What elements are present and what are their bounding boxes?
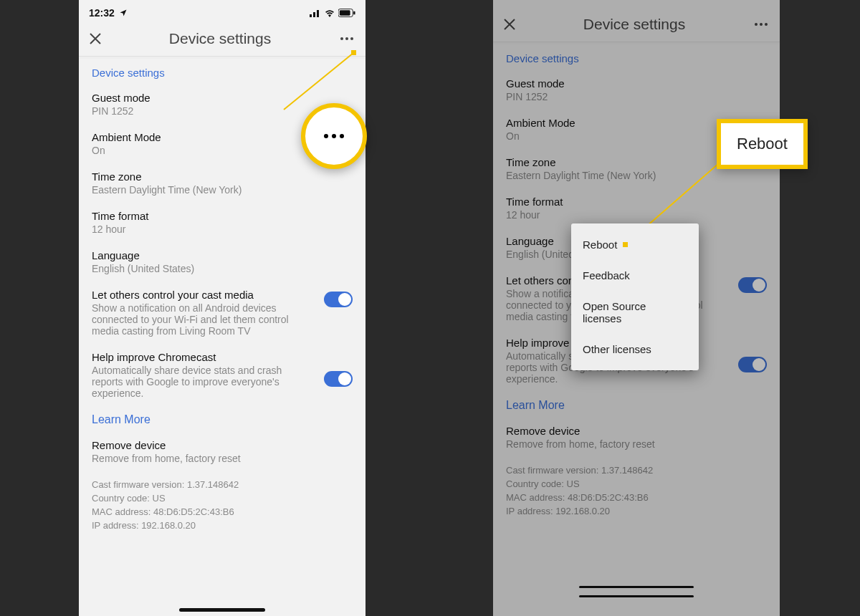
svg-rect-2 <box>317 10 319 17</box>
row-help-improve: Help improve Chromecast Automatically sh… <box>92 351 353 399</box>
mac-address: MAC address: 48:D6:D5:2C:43:B6 <box>92 506 353 519</box>
menu-item-other-licenses[interactable]: Other licenses <box>571 334 699 365</box>
toggle-cast-control[interactable] <box>324 292 353 307</box>
row-guest-mode[interactable]: Guest mode PIN 1252 <box>506 77 767 102</box>
section-heading[interactable]: Device settings <box>92 67 353 79</box>
mac-address: MAC address: 48:D6:D5:2C:43:B6 <box>506 491 767 505</box>
toggle-help-improve[interactable] <box>738 357 767 372</box>
section-heading[interactable]: Device settings <box>506 52 767 64</box>
learn-more-link[interactable]: Learn More <box>506 399 767 412</box>
status-bar: 12:32 <box>79 0 366 21</box>
firmware-version: Cast firmware version: 1.37.148642 <box>506 464 767 478</box>
row-language[interactable]: Language English (United States) <box>92 249 353 274</box>
menu-item-reboot[interactable]: Reboot <box>571 229 699 260</box>
row-time-format[interactable]: Time format 12 hour <box>506 196 767 221</box>
firmware-version: Cast firmware version: 1.37.148642 <box>92 478 353 492</box>
bottom-nav-indicator <box>579 586 694 597</box>
toggle-cast-control[interactable] <box>738 277 767 293</box>
svg-rect-5 <box>353 11 355 15</box>
device-info: Cast firmware version: 1.37.148642 Count… <box>92 478 353 532</box>
signal-icon <box>310 9 321 17</box>
country-code: Country code: US <box>506 478 767 491</box>
location-icon <box>119 9 128 17</box>
app-header: Device settings <box>493 7 780 42</box>
more-icon <box>324 134 344 138</box>
ip-address: IP address: 192.168.0.20 <box>506 505 767 519</box>
more-icon[interactable] <box>752 23 770 26</box>
page-title: Device settings <box>516 16 752 33</box>
battery-icon <box>338 9 355 17</box>
menu-item-feedback[interactable]: Feedback <box>571 260 699 291</box>
ip-address: IP address: 192.168.0.20 <box>92 519 353 533</box>
phone-screenshot-right: Device settings Device settings Guest mo… <box>493 0 780 616</box>
row-remove-device[interactable]: Remove device Remove from home, factory … <box>92 439 353 464</box>
page-title: Device settings <box>102 30 338 47</box>
row-remove-device[interactable]: Remove device Remove from home, factory … <box>506 425 767 450</box>
more-icon[interactable] <box>338 37 355 40</box>
close-icon[interactable] <box>89 32 102 45</box>
wifi-icon <box>324 9 335 17</box>
svg-rect-4 <box>340 10 350 15</box>
menu-item-open-source-licenses[interactable]: Open Source licenses <box>571 291 699 334</box>
toggle-help-improve[interactable] <box>324 371 353 387</box>
overflow-menu: Reboot Feedback Open Source licenses Oth… <box>571 223 699 370</box>
row-cast-control: Let others control your cast media Show … <box>92 289 353 337</box>
learn-more-link[interactable]: Learn More <box>92 413 353 426</box>
svg-rect-0 <box>310 14 312 17</box>
svg-rect-1 <box>313 12 315 17</box>
callout-reboot: Reboot <box>717 119 808 169</box>
close-icon[interactable] <box>503 18 516 31</box>
country-code: Country code: US <box>92 492 353 506</box>
row-time-format[interactable]: Time format 12 hour <box>92 210 353 235</box>
home-indicator[interactable] <box>179 608 265 612</box>
status-time: 12:32 <box>89 7 115 19</box>
annotation-dot-icon <box>623 242 628 247</box>
callout-more-icon <box>301 103 367 169</box>
phone-screenshot-left: 12:32 Device settings <box>79 0 366 616</box>
app-header: Device settings <box>79 21 366 56</box>
device-info: Cast firmware version: 1.37.148642 Count… <box>506 464 767 518</box>
row-time-zone[interactable]: Time zone Eastern Daylight Time (New Yor… <box>92 170 353 196</box>
